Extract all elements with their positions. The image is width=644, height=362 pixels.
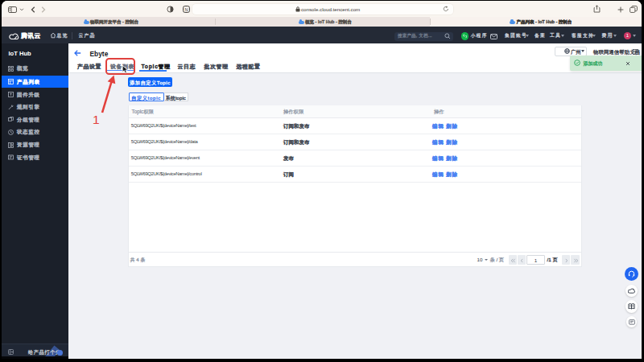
svg-text:N: N [184, 6, 188, 11]
svg-text:1: 1 [93, 113, 100, 126]
